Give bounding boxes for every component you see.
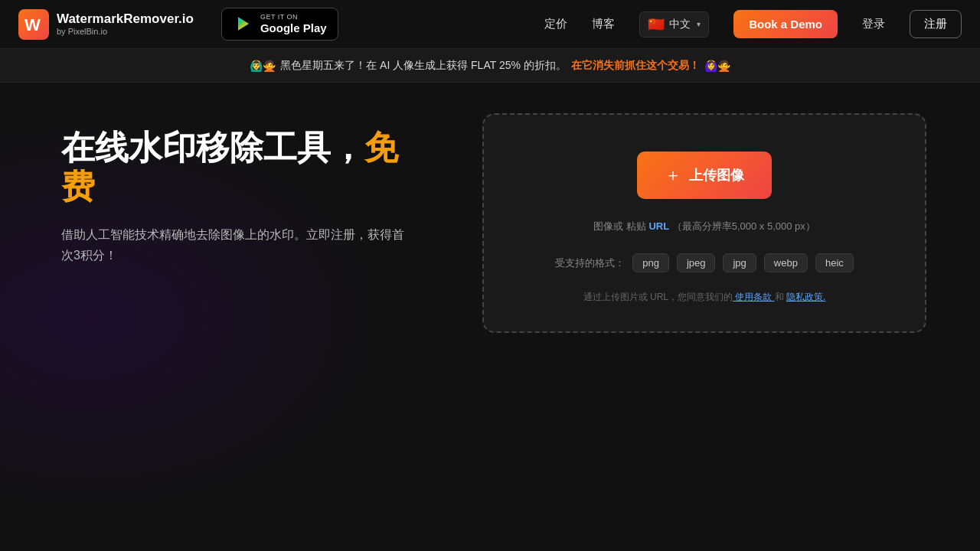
hint-resolution-text: （最高分辨率5,000 x 5,000 px） — [672, 220, 815, 232]
register-button[interactable]: 注册 — [910, 10, 962, 38]
language-selector[interactable]: 🇨🇳 中文 ▾ — [639, 11, 709, 37]
promo-text: 黑色星期五来了！在 AI 人像生成上获得 FLAT 25% 的折扣。 — [280, 59, 567, 73]
logo-subtitle: by PixelBin.io — [57, 27, 194, 36]
hero-title-main: 在线水印移除工具， — [61, 129, 364, 166]
upload-card: ＋ 上传图像 图像或 粘贴 URL （最高分辨率5,000 x 5,000 px… — [482, 113, 926, 333]
hero-section: 在线水印移除工具，免费 借助人工智能技术精确地去除图像上的水印。立即注册，获得首… — [0, 83, 444, 551]
plus-icon: ＋ — [665, 164, 681, 187]
upload-button-label: 上传图像 — [689, 166, 744, 184]
flag-icon: 🇨🇳 — [648, 16, 665, 33]
promo-emoji-left: 🙆‍♂️🙅 — [250, 60, 276, 72]
google-play-button[interactable]: GET IT ON Google Play — [221, 8, 338, 41]
promo-emoji-right: 🙆‍♀️🙅 — [704, 60, 730, 72]
hero-subtitle: 借助人工智能技术精确地去除图像上的水印。立即注册，获得首次3积分！ — [61, 224, 406, 266]
tos-link-privacy[interactable]: 隐私政策. — [786, 292, 825, 302]
formats-label: 受支持的格式： — [555, 256, 625, 270]
logo[interactable]: W WatermarkRemover.io by PixelBin.io — [18, 9, 194, 40]
lang-label: 中文 — [669, 18, 691, 31]
main-nav: 定价 博客 🇨🇳 中文 ▾ Book a Demo 登录 注册 — [544, 10, 962, 38]
main-content: 在线水印移除工具，免费 借助人工智能技术精确地去除图像上的水印。立即注册，获得首… — [0, 83, 980, 551]
upload-hint: 图像或 粘贴 URL （最高分辨率5,000 x 5,000 px） — [593, 217, 815, 235]
format-webp: webp — [764, 253, 808, 272]
format-jpg: jpg — [723, 253, 756, 272]
logo-title: WatermarkRemover.io — [57, 12, 194, 27]
logo-icon: W — [18, 9, 49, 40]
hint-paste-text: 粘贴 — [626, 220, 646, 232]
nav-pricing[interactable]: 定价 — [544, 17, 567, 31]
format-jpeg: jpeg — [677, 253, 716, 272]
promo-cta-link[interactable]: 在它消失前抓住这个交易！ — [571, 59, 700, 73]
google-play-label: Google Play — [260, 21, 327, 35]
login-button[interactable]: 登录 — [862, 17, 885, 31]
format-png: png — [632, 253, 669, 272]
svg-text:W: W — [24, 15, 41, 34]
tos-link-terms[interactable]: 使用条款 — [733, 292, 775, 302]
header: W WatermarkRemover.io by PixelBin.io GET — [0, 0, 980, 49]
book-demo-button[interactable]: Book a Demo — [733, 10, 838, 38]
chevron-down-icon: ▾ — [697, 20, 701, 28]
format-heic: heic — [815, 253, 854, 272]
play-store-icon — [233, 13, 254, 34]
formats-row: 受支持的格式： png jpeg jpg webp heic — [555, 253, 854, 272]
get-it-on-label: GET IT ON — [260, 13, 327, 21]
hint-image-text: 图像或 — [593, 220, 623, 232]
hero-title: 在线水印移除工具，免费 — [61, 129, 406, 206]
tos-text: 通过上传图片或 URL，您同意我们的 使用条款 和 隐私政策. — [583, 291, 826, 304]
upload-section: ＋ 上传图像 图像或 粘贴 URL （最高分辨率5,000 x 5,000 px… — [444, 83, 980, 551]
nav-blog[interactable]: 博客 — [592, 17, 615, 31]
hint-url-text: URL — [648, 220, 669, 232]
promo-banner: 🙆‍♂️🙅 黑色星期五来了！在 AI 人像生成上获得 FLAT 25% 的折扣。… — [0, 49, 980, 83]
upload-button[interactable]: ＋ 上传图像 — [637, 152, 772, 199]
